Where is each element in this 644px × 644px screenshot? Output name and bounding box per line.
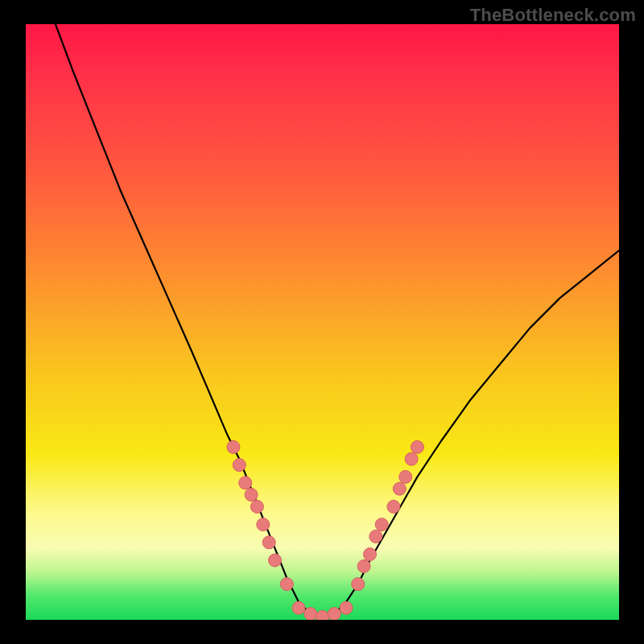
data-point xyxy=(352,578,365,591)
data-point xyxy=(399,470,412,483)
data-point xyxy=(364,548,377,561)
data-point xyxy=(257,518,270,531)
data-point xyxy=(262,536,275,549)
data-point xyxy=(227,440,240,453)
data-point xyxy=(340,601,353,614)
data-point xyxy=(411,440,423,453)
data-point xyxy=(405,452,418,465)
data-point xyxy=(280,578,293,591)
plot-area xyxy=(26,24,619,620)
data-point xyxy=(375,518,388,531)
data-point xyxy=(304,608,317,620)
data-point xyxy=(357,559,370,572)
data-point xyxy=(387,500,400,513)
data-point xyxy=(292,601,305,614)
chart-svg xyxy=(26,24,619,620)
curve-group xyxy=(56,24,619,620)
data-point xyxy=(369,530,382,543)
data-point xyxy=(239,477,252,489)
data-point xyxy=(269,554,282,567)
data-point xyxy=(233,459,246,472)
watermark-label: TheBottleneck.com xyxy=(470,5,636,26)
data-point xyxy=(328,608,341,620)
data-point xyxy=(393,482,406,495)
bottleneck-curve xyxy=(56,24,619,620)
data-point xyxy=(245,489,258,502)
data-point xyxy=(316,610,329,620)
data-point xyxy=(250,500,263,513)
chart-frame: TheBottleneck.com xyxy=(0,0,644,644)
data-markers xyxy=(227,440,424,620)
